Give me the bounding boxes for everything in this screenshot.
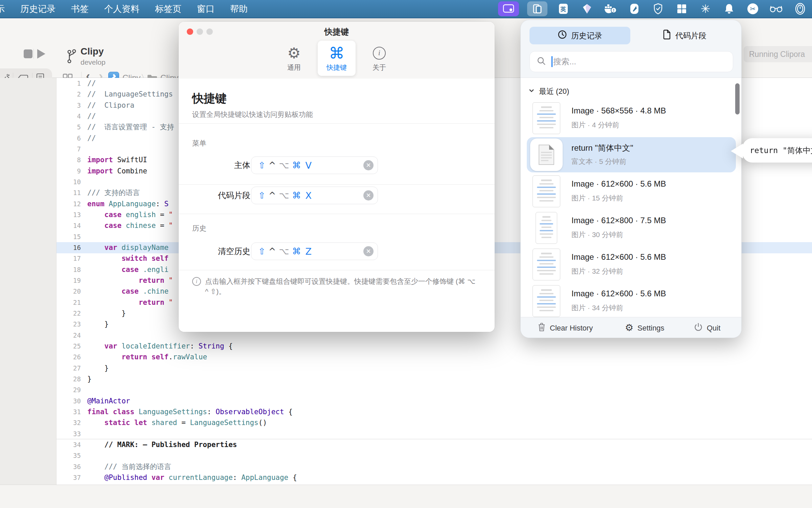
code-line[interactable]: 33 xyxy=(57,428,812,440)
line-number: 36 xyxy=(57,461,81,472)
shortcut-field-代码片段[interactable]: ⇧^⌥⌘X✕ xyxy=(251,187,378,204)
window-grid-icon[interactable] xyxy=(674,1,690,16)
code-text: var displayName xyxy=(87,242,168,253)
code-line[interactable]: 25 var localeIdentifier: String { xyxy=(57,341,812,352)
glasses-icon[interactable] xyxy=(769,1,784,16)
translate-icon[interactable]: 英 xyxy=(556,1,571,16)
mouse-icon[interactable] xyxy=(792,1,808,16)
code-line[interactable]: 34 // MARK: — Published Properties xyxy=(57,439,812,450)
gear-icon: ⚙ xyxy=(287,45,300,62)
tooltip-bubble: return "简体中文 xyxy=(742,138,812,163)
image-thumbnail xyxy=(530,212,563,244)
settings-tab-快捷键[interactable]: ⌘快捷键 xyxy=(318,41,356,76)
code-text: import SwiftUI xyxy=(87,154,147,166)
shortcut-field-清空历史[interactable]: ⇧^⌥⌘Z✕ xyxy=(251,242,378,260)
screenshot-preview xyxy=(533,249,560,280)
code-text: // xyxy=(87,133,96,144)
dialog-titlebar: 快捷键 ⚙通用⌘快捷键i关于 xyxy=(179,22,495,79)
docker-icon[interactable]: ! xyxy=(603,1,618,16)
code-text: return " xyxy=(87,297,173,308)
code-line[interactable]: 30@MainActor xyxy=(57,396,812,407)
menu-item-个人资料[interactable]: 个人资料 xyxy=(104,3,139,15)
line-number: 28 xyxy=(57,374,81,385)
screen-share-icon[interactable] xyxy=(498,1,519,16)
settings-tab-关于[interactable]: i关于 xyxy=(360,41,398,76)
prism-icon[interactable] xyxy=(579,1,595,16)
run-button[interactable] xyxy=(37,49,45,59)
code-text: } xyxy=(87,308,126,319)
line-number: 32 xyxy=(57,417,81,428)
shield-check-icon[interactable] xyxy=(650,1,666,16)
clear-shortcut-button[interactable]: ✕ xyxy=(363,160,374,170)
code-text: } xyxy=(87,319,109,330)
bell-icon[interactable] xyxy=(721,1,737,16)
code-line[interactable]: 36 /// 当前选择的语言 xyxy=(57,461,812,472)
code-line[interactable]: 26 return self.rawValue xyxy=(57,352,812,363)
code-line[interactable]: 37 @Published var currentLanguage: AppLa… xyxy=(57,472,812,483)
code-text: static let shared = LanguageSettings() xyxy=(87,417,267,428)
tab-label: 快捷键 xyxy=(326,63,347,72)
history-item[interactable]: return "简体中文"富文本 · 5 分钟前 xyxy=(527,137,736,172)
recent-section-header[interactable]: 最近 (20) xyxy=(528,86,569,97)
line-number: 37 xyxy=(57,472,81,483)
branch-name[interactable]: develop xyxy=(81,58,106,66)
item-title: Image · 612×800 · 7.5 MB xyxy=(571,216,666,225)
mark-separator xyxy=(57,439,812,439)
history-item[interactable]: Image · 612×600 · 5.6 MB图片 · 34 分钟前 xyxy=(527,283,736,317)
code-text: /// 当前选择的语言 xyxy=(87,461,171,472)
project-name[interactable]: Clipy xyxy=(81,46,104,57)
line-number: 14 xyxy=(57,220,81,231)
clock-icon xyxy=(558,30,567,41)
section-label-菜单: 菜单 xyxy=(192,139,206,148)
code-text: } xyxy=(87,363,109,374)
chevron-down-icon xyxy=(528,87,535,96)
history-item[interactable]: Image · 612×800 · 7.5 MB图片 · 30 分钟前 xyxy=(527,210,736,246)
history-item[interactable]: Image · 612×600 · 5.6 MB图片 · 32 分钟前 xyxy=(527,247,736,282)
line-number: 31 xyxy=(57,406,81,418)
code-line[interactable]: 31final class LanguageSettings: Observab… xyxy=(57,406,812,418)
divider xyxy=(179,184,495,185)
menu-item-帮助[interactable]: 帮助 xyxy=(230,3,248,15)
history-item[interactable]: Image · 612×600 · 5.6 MB图片 · 15 分钟前 xyxy=(527,174,736,209)
menu-item-书签[interactable]: 书签 xyxy=(71,3,89,15)
settings-tabs: ⚙通用⌘快捷键i关于 xyxy=(179,41,495,76)
history-item[interactable]: Image · 568×556 · 4.8 MB图片 · 4 分钟前 xyxy=(527,101,736,136)
clear-history-button[interactable]: Clear History xyxy=(538,317,593,338)
history-list: 最近 (20) Image · 568×556 · 4.8 MB图片 · 4 分… xyxy=(521,78,742,317)
stop-button[interactable] xyxy=(24,49,32,58)
popover-tab-代码片段[interactable]: 代码片段 xyxy=(636,27,733,44)
code-line[interactable]: 28} xyxy=(57,374,812,385)
clipboard-icon[interactable] xyxy=(527,1,547,16)
menu-item-历史记录[interactable]: 历史记录 xyxy=(20,3,55,15)
menu-item-窗口[interactable]: 窗口 xyxy=(197,3,215,15)
menu-item-示[interactable]: 示 xyxy=(0,3,5,15)
search-input[interactable]: 搜索... xyxy=(529,51,733,72)
settings-button[interactable]: ⚙Settings xyxy=(625,317,664,338)
code-text: case .chine xyxy=(87,286,168,297)
pen-shield-icon[interactable] xyxy=(627,1,642,16)
line-number: 5 xyxy=(57,122,81,133)
settings-tab-通用[interactable]: ⚙通用 xyxy=(275,41,313,76)
openai-icon[interactable]: ✳ xyxy=(698,1,713,16)
screen: 示历史记录书签个人资料标签页窗口帮助 英!✳✂ Clipy develop Ru… xyxy=(0,0,812,508)
code-text: case english = " xyxy=(87,209,173,220)
clear-shortcut-button[interactable]: ✕ xyxy=(363,246,374,256)
line-number: 26 xyxy=(57,352,81,363)
tab-label: 通用 xyxy=(287,63,301,72)
code-text: switch self xyxy=(87,253,168,264)
code-line[interactable]: 29 xyxy=(57,384,812,396)
shortcut-label-清空历史: 清空历史 xyxy=(192,242,250,260)
quit-button[interactable]: Quit xyxy=(694,317,720,338)
code-line[interactable]: 35 xyxy=(57,450,812,461)
clear-shortcut-button[interactable]: ✕ xyxy=(363,190,374,200)
scissors-icon[interactable]: ✂ xyxy=(745,1,761,16)
popover-tab-历史记录[interactable]: 历史记录 xyxy=(529,27,630,44)
menu-items: 示历史记录书签个人资料标签页窗口帮助 xyxy=(0,0,248,18)
info-note-text: 点击输入框并按下键盘组合键即可设置快捷键。快捷键需要包含至少一个修饰键 (⌘ ⌥… xyxy=(205,276,479,297)
text-cursor xyxy=(551,56,552,67)
scrollbar-thumb[interactable] xyxy=(735,83,740,114)
menu-item-标签页[interactable]: 标签页 xyxy=(155,3,181,15)
shortcut-field-主体[interactable]: ⇧^⌥⌘V✕ xyxy=(251,156,378,174)
code-line[interactable]: 27 } xyxy=(57,363,812,374)
code-line[interactable]: 32 static let shared = LanguageSettings(… xyxy=(57,417,812,428)
